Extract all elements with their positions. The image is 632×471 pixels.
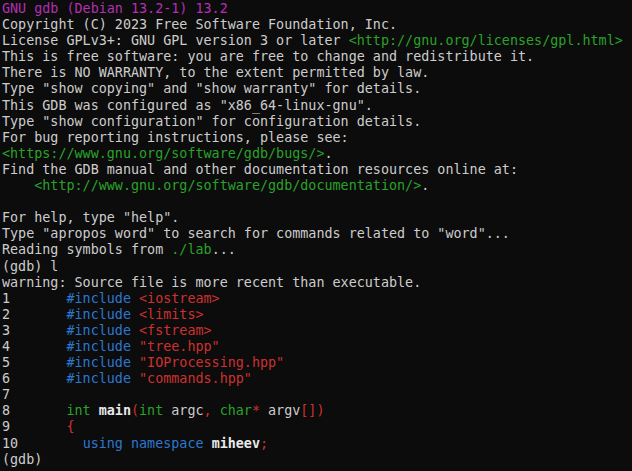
documentation-url-line: <http://www.gnu.org/software/gdb/documen… bbox=[2, 178, 632, 194]
gdb-command-line[interactable]: (gdb) l bbox=[2, 259, 632, 275]
terminal-text-segment: Type "show copying" and "show warranty" … bbox=[2, 81, 421, 96]
terminal-text-segment: ... bbox=[212, 242, 236, 257]
source-line-7: 7 bbox=[2, 387, 632, 403]
terminal-text-segment: 3 bbox=[2, 323, 67, 338]
terminal-text-segment bbox=[131, 307, 139, 322]
terminal-text-segment: #include bbox=[67, 291, 132, 306]
terminal-text-segment: 9 bbox=[2, 419, 67, 434]
terminal-text-segment: 8 bbox=[2, 403, 67, 418]
terminal-text-segment: <https://www.gnu.org/software/gdb/bugs/> bbox=[2, 146, 324, 161]
terminal-text-segment: GNU gdb (Debian 13.2-1) 13.2 bbox=[2, 1, 228, 16]
terminal-text-segment: #include bbox=[67, 355, 132, 370]
source-line-9: 9 { bbox=[2, 419, 632, 435]
terminal-text-segment bbox=[131, 323, 139, 338]
terminal-text-segment: ( bbox=[131, 403, 139, 418]
terminal-text-segment bbox=[131, 291, 139, 306]
terminal-text-segment: #include bbox=[67, 339, 132, 354]
terminal-text-segment bbox=[123, 436, 131, 451]
source-line-5: 5 #include "IOProcessing.hpp" bbox=[2, 355, 632, 371]
help-line: For help, type "help". bbox=[2, 210, 632, 226]
terminal-text-segment: This GDB was configured as "x86_64-linux… bbox=[2, 98, 373, 113]
gdb-prompt-line[interactable]: (gdb) bbox=[2, 452, 632, 468]
terminal-text-segment: <fstream> bbox=[139, 323, 212, 338]
terminal-text-segment: "IOProcessing.hpp" bbox=[139, 355, 284, 370]
source-line-2: 2 #include <limits> bbox=[2, 307, 632, 323]
free-software-line: This is free software: you are free to c… bbox=[2, 49, 632, 65]
terminal-text-segment: For bug reporting instructions, please s… bbox=[2, 130, 349, 145]
terminal-text-segment: <http://www.gnu.org/software/gdb/documen… bbox=[34, 178, 421, 193]
terminal-text-segment: Reading symbols from bbox=[2, 242, 171, 257]
source-line-6: 6 #include "commands.hpp" bbox=[2, 371, 632, 387]
terminal-text-segment: 10 bbox=[2, 436, 83, 451]
warning-line: warning: Source file is more recent than… bbox=[2, 275, 632, 291]
source-line-3: 3 #include <fstream> bbox=[2, 323, 632, 339]
terminal-text-segment: 5 bbox=[2, 355, 67, 370]
terminal-text-segment: This is free software: you are free to c… bbox=[2, 49, 534, 64]
terminal-text-segment: 2 bbox=[2, 307, 67, 322]
terminal-text-segment: 4 bbox=[2, 339, 67, 354]
gdb-version-line: GNU gdb (Debian 13.2-1) 13.2 bbox=[2, 1, 632, 17]
terminal-text-segment: <iostream> bbox=[139, 291, 220, 306]
terminal-text-segment bbox=[131, 355, 139, 370]
apropos-line: Type "apropos word" to search for comman… bbox=[2, 226, 632, 242]
configured-as-line: This GDB was configured as "x86_64-linux… bbox=[2, 98, 632, 114]
warranty-line: There is NO WARRANTY, to the extent perm… bbox=[2, 65, 632, 81]
terminal-text-segment: 1 bbox=[2, 291, 67, 306]
blank-line bbox=[2, 194, 632, 210]
terminal-text-segment: { bbox=[67, 419, 75, 434]
terminal-text-segment: #include bbox=[67, 323, 132, 338]
terminal-text-segment bbox=[204, 436, 212, 451]
terminal-text-segment bbox=[2, 178, 34, 193]
copyright-line: Copyright (C) 2023 Free Software Foundat… bbox=[2, 17, 632, 33]
terminal-text-segment: For help, type "help". bbox=[2, 210, 179, 225]
terminal-text-segment: []) bbox=[300, 403, 324, 418]
terminal-text-segment: 6 bbox=[2, 371, 67, 386]
terminal-text-segment: License GPLv3+: GNU GPL version 3 or lat… bbox=[2, 33, 349, 48]
terminal-text-segment: namespace bbox=[131, 436, 204, 451]
terminal-text-segment: (gdb) l bbox=[2, 259, 58, 274]
license-line: License GPLv3+: GNU GPL version 3 or lat… bbox=[2, 33, 632, 49]
terminal-text-segment: #include bbox=[67, 307, 132, 322]
source-line-1: 1 #include <iostream> bbox=[2, 291, 632, 307]
terminal-text-segment: main bbox=[99, 403, 131, 418]
terminal-text-segment: using bbox=[83, 436, 123, 451]
gdb-terminal[interactable]: GNU gdb (Debian 13.2-1) 13.2Copyright (C… bbox=[0, 0, 632, 471]
terminal-text-segment bbox=[131, 339, 139, 354]
terminal-text-segment bbox=[212, 403, 220, 418]
terminal-text-segment: 7 bbox=[2, 387, 10, 402]
terminal-text-segment: <http://gnu.org/licenses/gpl.html> bbox=[349, 33, 623, 48]
show-configuration-line: Type "show configuration" for configurat… bbox=[2, 114, 632, 130]
terminal-text-segment: Copyright (C) 2023 Free Software Foundat… bbox=[2, 17, 397, 32]
terminal-text-segment: char bbox=[220, 403, 252, 418]
source-line-4: 4 #include "tree.hpp" bbox=[2, 339, 632, 355]
terminal-text-segment: argc bbox=[163, 403, 203, 418]
terminal-text-segment: Type "apropos word" to search for comman… bbox=[2, 226, 510, 241]
terminal-text-segment: . bbox=[324, 146, 332, 161]
terminal-text-segment: argv bbox=[260, 403, 300, 418]
terminal-text-segment: * bbox=[252, 403, 260, 418]
terminal-text-segment: "commands.hpp" bbox=[139, 371, 252, 386]
source-line-10: 10 using namespace miheev; bbox=[2, 436, 632, 452]
show-copying-line: Type "show copying" and "show warranty" … bbox=[2, 81, 632, 97]
terminal-text-segment bbox=[131, 371, 139, 386]
terminal-text-segment: . bbox=[421, 178, 429, 193]
reading-symbols-line: Reading symbols from ./lab... bbox=[2, 242, 632, 258]
terminal-text-segment: Type "show configuration" for configurat… bbox=[2, 114, 421, 129]
terminal-text-segment: ./lab bbox=[171, 242, 211, 257]
manual-line: Find the GDB manual and other documentat… bbox=[2, 162, 632, 178]
terminal-text-segment: <limits> bbox=[139, 307, 204, 322]
bugs-url-line: <https://www.gnu.org/software/gdb/bugs/>… bbox=[2, 146, 632, 162]
terminal-text-segment: , bbox=[204, 403, 212, 418]
terminal-text-segment: "tree.hpp" bbox=[139, 339, 220, 354]
terminal-text-segment: #include bbox=[67, 371, 132, 386]
terminal-text-segment: int bbox=[139, 403, 163, 418]
terminal-text-segment: Find the GDB manual and other documentat… bbox=[2, 162, 518, 177]
terminal-output: GNU gdb (Debian 13.2-1) 13.2Copyright (C… bbox=[2, 1, 632, 468]
source-line-8: 8 int main(int argc, char* argv[]) bbox=[2, 403, 632, 419]
terminal-text-segment: miheev bbox=[212, 436, 260, 451]
terminal-text-segment bbox=[91, 403, 99, 418]
bug-reporting-line: For bug reporting instructions, please s… bbox=[2, 130, 632, 146]
terminal-text-segment: ; bbox=[260, 436, 268, 451]
terminal-text-segment: warning: Source file is more recent than… bbox=[2, 275, 421, 290]
terminal-text-segment: int bbox=[67, 403, 91, 418]
